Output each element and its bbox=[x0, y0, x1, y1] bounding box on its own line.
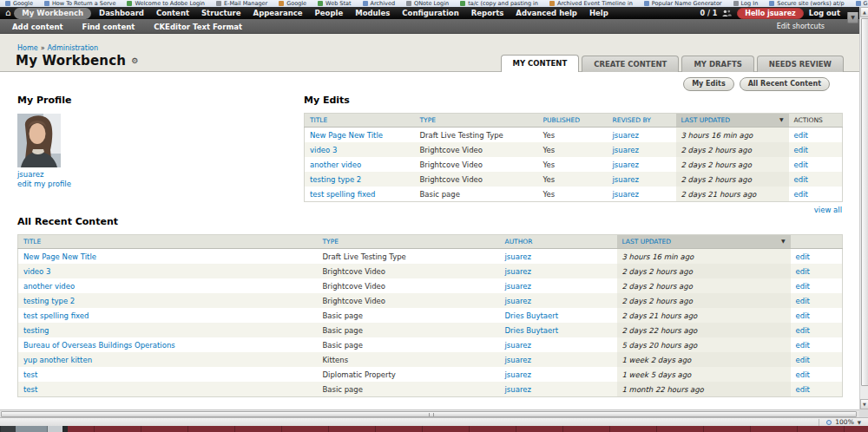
user-link[interactable]: jsuarez bbox=[505, 341, 531, 350]
edit-link[interactable]: edit bbox=[796, 356, 810, 364]
toolbar-menu-item[interactable]: My Workbench bbox=[14, 8, 91, 19]
shortcut-link[interactable]: CKEditor Text Format bbox=[154, 23, 242, 31]
bookmark-item[interactable]: Archived Event Timeline in bbox=[549, 0, 633, 7]
bookmark-item[interactable]: Web Stat bbox=[318, 0, 351, 7]
content-title-link[interactable]: New Page New Title bbox=[23, 252, 96, 261]
col-type[interactable]: TYPE bbox=[318, 235, 500, 249]
user-link[interactable]: jsuarez bbox=[505, 385, 531, 394]
bookmark-item[interactable]: Archived bbox=[363, 0, 395, 7]
user-link[interactable]: jsuarez bbox=[613, 131, 639, 140]
bookmark-item[interactable]: E-Mail Manager bbox=[216, 0, 267, 7]
view-all-link[interactable]: view all bbox=[814, 206, 842, 214]
edit-link[interactable]: edit bbox=[796, 297, 810, 305]
bookmark-item[interactable]: Google bbox=[5, 0, 33, 7]
edit-link[interactable]: edit bbox=[796, 282, 810, 291]
edit-link[interactable]: edit bbox=[796, 252, 810, 261]
edit-link[interactable]: edit bbox=[794, 190, 808, 199]
breadcrumb-home-link[interactable]: Home bbox=[17, 44, 38, 52]
content-title-link[interactable]: testing type 2 bbox=[310, 175, 361, 184]
content-title-link[interactable]: video 3 bbox=[310, 146, 337, 154]
user-link[interactable]: jsuarez bbox=[505, 297, 531, 305]
content-title-link[interactable]: testing bbox=[23, 326, 49, 335]
bookmark-item[interactable]: ta/c (copy and pasting in bbox=[460, 0, 538, 7]
edit-link[interactable]: edit bbox=[796, 370, 810, 379]
edit-link[interactable]: edit bbox=[794, 146, 808, 154]
profile-username-link[interactable]: jsuarez bbox=[17, 170, 278, 180]
bookmark-item[interactable]: Google bbox=[279, 0, 306, 7]
toolbar-toggle-button[interactable]: ▼ bbox=[847, 12, 858, 23]
shortcut-link[interactable]: Add content bbox=[12, 23, 63, 31]
bookmark-item[interactable]: Popular Name Generator bbox=[644, 0, 722, 7]
content-title-link[interactable]: Bureau of Overseas Buildings Operations bbox=[23, 341, 175, 350]
home-icon[interactable]: ⌂ bbox=[5, 9, 10, 17]
content-title-link[interactable]: test bbox=[23, 370, 37, 379]
col-revised-by[interactable]: REVISED BY bbox=[608, 114, 676, 128]
user-link[interactable]: jsuarez bbox=[613, 146, 639, 154]
tab[interactable]: MY CONTENT bbox=[501, 55, 580, 72]
toolbar-menu-item[interactable]: Modules bbox=[349, 8, 396, 18]
edit-link[interactable]: edit bbox=[796, 311, 810, 320]
col-last-updated[interactable]: LAST UPDATED▼ bbox=[617, 235, 791, 249]
user-link[interactable]: jsuarez bbox=[505, 370, 531, 379]
zoom-level[interactable]: 100% bbox=[835, 418, 853, 426]
toolbar-menu-item[interactable]: Appearance bbox=[247, 8, 309, 18]
edit-link[interactable]: edit bbox=[794, 160, 808, 169]
vertical-scrollbar[interactable]: ▲ ▼ bbox=[859, 7, 868, 409]
scroll-down-button[interactable]: ▼ bbox=[860, 399, 868, 409]
gear-icon[interactable]: ⚙ bbox=[131, 57, 138, 65]
user-link[interactable]: jsuarez bbox=[613, 175, 639, 184]
content-title-link[interactable]: another video bbox=[310, 160, 361, 169]
user-link[interactable]: Dries Buytaert bbox=[505, 326, 559, 335]
content-title-link[interactable]: yup another kitten bbox=[23, 356, 92, 364]
scroll-up-button[interactable]: ▲ bbox=[860, 7, 868, 17]
user-link[interactable]: jsuarez bbox=[613, 160, 639, 169]
toolbar-menu-item[interactable]: Help bbox=[583, 8, 615, 18]
toolbar-menu-item[interactable]: Configuration bbox=[396, 8, 464, 18]
col-title[interactable]: TITLE bbox=[305, 114, 415, 128]
edit-shortcuts-link[interactable]: Edit shortcuts bbox=[777, 23, 825, 30]
user-pill-button[interactable]: Hello jsuarez bbox=[737, 8, 804, 19]
edit-link[interactable]: edit bbox=[796, 267, 810, 276]
breadcrumb-admin-link[interactable]: Administration bbox=[48, 44, 99, 52]
col-published[interactable]: PUBLISHED bbox=[538, 114, 608, 128]
user-link[interactable]: Dries Buytaert bbox=[505, 311, 559, 320]
tab[interactable]: MY DRAFTS bbox=[681, 56, 753, 72]
content-title-link[interactable]: testing type 2 bbox=[23, 297, 75, 305]
bookmark-item[interactable]: Log In bbox=[733, 0, 759, 7]
bookmark-item[interactable]: Welcome to Adobe Login bbox=[127, 0, 205, 7]
edit-link[interactable]: edit bbox=[794, 175, 808, 184]
edit-link[interactable]: edit bbox=[796, 326, 810, 335]
bookmark-item[interactable]: Secure site (works) at/p bbox=[769, 0, 844, 7]
toolbar-menu-item[interactable]: Reports bbox=[465, 8, 510, 18]
toolbar-menu-item[interactable]: Advanced help bbox=[510, 8, 583, 18]
bookmark-item[interactable]: How To Return a Serve bbox=[44, 0, 115, 7]
content-title-link[interactable]: New Page New Title bbox=[310, 131, 383, 140]
edit-link[interactable]: edit bbox=[796, 385, 810, 394]
col-type[interactable]: TYPE bbox=[415, 114, 538, 128]
logout-link[interactable]: Log out bbox=[809, 9, 840, 17]
horizontal-scrollbar[interactable] bbox=[0, 409, 859, 417]
horizontal-scroll-thumb[interactable] bbox=[1, 411, 857, 417]
content-title-link[interactable]: test bbox=[23, 385, 37, 394]
content-title-link[interactable]: another video bbox=[23, 282, 75, 291]
col-author[interactable]: AUTHOR bbox=[500, 235, 617, 249]
zoom-caret-icon[interactable]: ▼ bbox=[858, 420, 861, 425]
col-title[interactable]: TITLE bbox=[18, 235, 318, 249]
content-title-link[interactable]: test spelling fixed bbox=[310, 190, 375, 199]
toolbar-menu-item[interactable]: People bbox=[309, 8, 350, 18]
quick-filter-button[interactable]: All Recent Content bbox=[740, 77, 830, 91]
bookmark-item[interactable]: QNote Login bbox=[406, 0, 449, 7]
avatar[interactable] bbox=[17, 114, 61, 167]
user-link[interactable]: jsuarez bbox=[505, 356, 531, 364]
col-last-updated[interactable]: LAST UPDATED▼ bbox=[676, 114, 789, 128]
edit-link[interactable]: edit bbox=[794, 131, 808, 140]
toolbar-menu-item[interactable]: Content bbox=[150, 8, 195, 18]
vertical-scroll-thumb[interactable] bbox=[861, 18, 868, 386]
tab[interactable]: NEEDS REVIEW bbox=[757, 56, 844, 72]
bookmark-item[interactable]: Gmail bbox=[856, 0, 868, 7]
user-link[interactable]: jsuarez bbox=[613, 190, 639, 199]
shortcut-link[interactable]: Find content bbox=[82, 23, 135, 31]
edit-link[interactable]: edit bbox=[796, 341, 810, 350]
toolbar-menu-item[interactable]: Dashboard bbox=[93, 8, 150, 18]
user-link[interactable]: jsuarez bbox=[505, 252, 531, 261]
